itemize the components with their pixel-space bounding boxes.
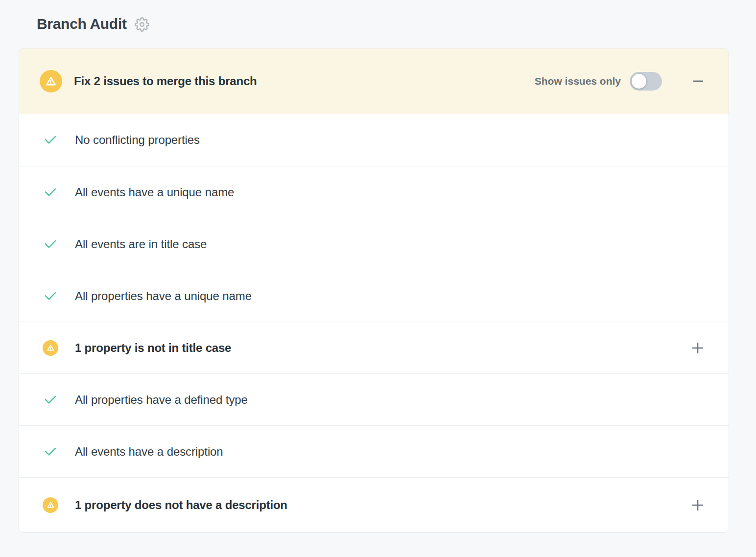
audit-check-label: 1 property is not in title case	[75, 341, 231, 355]
audit-check-row: All events are in title case	[19, 218, 729, 270]
branch-audit-card: Fix 2 issues to merge this branch Show i…	[19, 48, 729, 533]
audit-check-label: All events have a description	[75, 445, 223, 459]
audit-check-row: All properties have a unique name	[19, 270, 729, 322]
show-issues-toggle[interactable]	[630, 72, 662, 91]
audit-check-label: All events have a unique name	[75, 186, 234, 199]
check-icon	[43, 236, 58, 252]
audit-check-label: 1 property does not have a description	[75, 498, 287, 512]
audit-check-row[interactable]: 1 property is not in title case	[19, 322, 729, 373]
check-icon	[43, 288, 58, 304]
audit-check-label: All events are in title case	[75, 237, 207, 251]
warning-icon	[43, 340, 58, 356]
warning-icon	[43, 497, 58, 513]
audit-check-row: All properties have a defined type	[19, 373, 729, 425]
audit-check-list: No conflicting propertiesAll events have…	[19, 114, 729, 532]
audit-check-row: No conflicting properties	[19, 114, 729, 166]
expand-plus-icon[interactable]	[690, 341, 705, 355]
audit-check-label: All properties have a defined type	[75, 393, 248, 407]
page-title: Branch Audit	[37, 16, 127, 32]
audit-check-label: No conflicting properties	[75, 133, 200, 147]
expand-plus-icon[interactable]	[690, 498, 705, 512]
settings-gear-icon[interactable]	[135, 17, 149, 32]
check-icon	[43, 444, 58, 460]
warning-icon	[40, 70, 62, 93]
toggle-knob	[632, 74, 646, 89]
page-header: Branch Audit	[0, 0, 756, 33]
check-icon	[43, 185, 58, 200]
check-icon	[43, 392, 58, 408]
collapse-panel-button[interactable]	[691, 74, 705, 88]
audit-check-row: All events have a description	[19, 425, 729, 477]
show-issues-toggle-label: Show issues only	[535, 75, 621, 87]
audit-check-label: All properties have a unique name	[75, 289, 252, 303]
audit-banner: Fix 2 issues to merge this branch Show i…	[19, 48, 729, 114]
audit-check-row: All events have a unique name	[19, 166, 729, 218]
banner-message: Fix 2 issues to merge this branch	[74, 74, 535, 88]
audit-check-row[interactable]: 1 property does not have a description	[19, 477, 729, 532]
check-icon	[43, 132, 58, 148]
minus-icon	[691, 74, 705, 88]
